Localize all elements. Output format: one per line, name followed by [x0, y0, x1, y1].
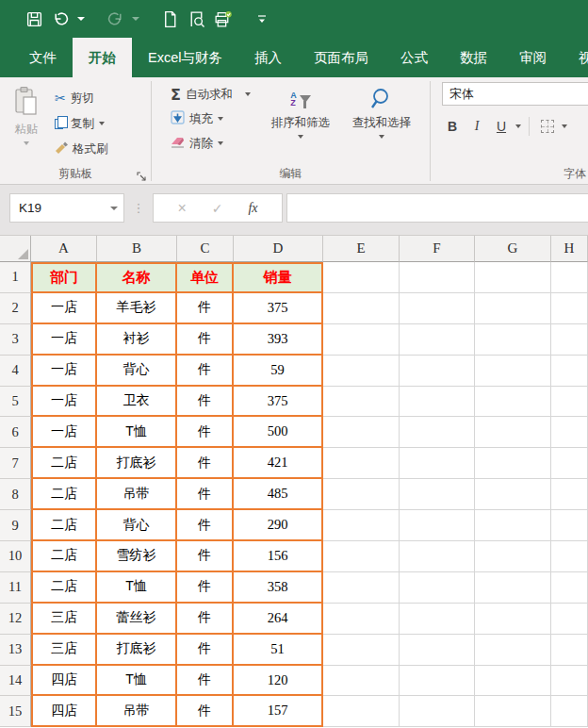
cell-B13[interactable]: 打底衫: [97, 635, 177, 666]
cell-B9[interactable]: 背心: [97, 510, 177, 541]
row-header-10[interactable]: 10: [0, 541, 31, 572]
cell-A14[interactable]: 四店: [31, 666, 97, 697]
cell-A4[interactable]: 一店: [31, 356, 97, 387]
borders-dropdown-icon[interactable]: [562, 124, 567, 128]
cell-D11[interactable]: 358: [234, 572, 323, 604]
cell-C3[interactable]: 件: [177, 324, 234, 356]
underline-button[interactable]: U: [491, 116, 512, 137]
cell-G8[interactable]: [475, 479, 551, 510]
cell-B3[interactable]: 衬衫: [97, 324, 177, 356]
redo-icon[interactable]: [104, 7, 126, 31]
cell-F15[interactable]: [400, 696, 475, 727]
row-header-8[interactable]: 8: [0, 479, 31, 510]
cell-E6[interactable]: [323, 417, 400, 448]
cell-G2[interactable]: [475, 293, 551, 324]
cell-A15[interactable]: 四店: [31, 696, 97, 727]
cell-G13[interactable]: [475, 635, 551, 666]
tab-文件[interactable]: 文件: [13, 38, 73, 77]
cell-F3[interactable]: [400, 324, 475, 356]
cell-E12[interactable]: [323, 604, 400, 635]
redo-dropdown-icon[interactable]: [132, 17, 139, 21]
enter-icon[interactable]: ✓: [212, 201, 223, 216]
cell-F4[interactable]: [400, 356, 475, 387]
cell-D3[interactable]: 393: [234, 324, 323, 356]
cell-D1[interactable]: 销量: [234, 262, 323, 293]
cell-C6[interactable]: 件: [177, 417, 234, 448]
cell-E15[interactable]: [323, 696, 400, 727]
cell-F6[interactable]: [400, 417, 475, 448]
cell-C7[interactable]: 件: [177, 448, 234, 479]
row-header-4[interactable]: 4: [0, 356, 31, 387]
cell-G5[interactable]: [475, 387, 551, 418]
cell-E11[interactable]: [323, 572, 400, 604]
font-name-combobox[interactable]: 宋体: [442, 82, 588, 106]
cell-H2[interactable]: [551, 293, 588, 324]
cell-D5[interactable]: 375: [234, 387, 323, 418]
tab-公式[interactable]: 公式: [384, 38, 444, 77]
column-header-B[interactable]: B: [97, 236, 177, 262]
cell-H9[interactable]: [551, 510, 588, 541]
print-preview-icon[interactable]: [185, 7, 207, 31]
cell-H8[interactable]: [551, 479, 588, 510]
cell-B14[interactable]: T恤: [97, 666, 177, 697]
cell-C12[interactable]: 件: [177, 604, 234, 635]
cell-A7[interactable]: 二店: [31, 448, 97, 479]
new-file-icon[interactable]: [158, 7, 181, 31]
cell-H13[interactable]: [551, 635, 588, 666]
column-header-A[interactable]: A: [31, 236, 97, 262]
clear-dropdown-icon[interactable]: [218, 141, 223, 145]
select-all-corner[interactable]: [0, 236, 31, 262]
cell-C14[interactable]: 件: [177, 666, 234, 697]
cell-A5[interactable]: 一店: [31, 387, 97, 418]
cell-G1[interactable]: [475, 262, 551, 293]
paste-dropdown-icon[interactable]: [24, 141, 29, 145]
cell-G15[interactable]: [475, 696, 551, 727]
cell-G11[interactable]: [475, 572, 551, 604]
italic-button[interactable]: I: [466, 116, 487, 137]
cell-C15[interactable]: 件: [177, 696, 234, 727]
cell-E9[interactable]: [323, 510, 400, 541]
cell-E2[interactable]: [323, 293, 400, 324]
cell-E5[interactable]: [323, 387, 400, 418]
tab-页面布局[interactable]: 页面布局: [298, 38, 384, 77]
cell-A11[interactable]: 二店: [31, 572, 97, 604]
cell-H4[interactable]: [551, 356, 588, 387]
cell-H11[interactable]: [551, 572, 588, 604]
column-header-E[interactable]: E: [323, 236, 400, 262]
cell-E7[interactable]: [323, 448, 400, 479]
tab-插入[interactable]: 插入: [238, 38, 298, 77]
cell-A6[interactable]: 一店: [31, 417, 97, 448]
cell-C13[interactable]: 件: [177, 635, 234, 666]
cell-D13[interactable]: 51: [234, 635, 323, 666]
cell-H10[interactable]: [551, 541, 588, 572]
column-header-H[interactable]: H: [551, 236, 588, 262]
column-header-F[interactable]: F: [400, 236, 475, 262]
cell-F8[interactable]: [400, 479, 475, 510]
cell-A10[interactable]: 二店: [31, 541, 97, 572]
column-header-C[interactable]: C: [177, 236, 234, 262]
undo-icon[interactable]: [49, 7, 72, 31]
column-header-G[interactable]: G: [475, 236, 551, 262]
cell-E4[interactable]: [323, 356, 400, 387]
row-header-5[interactable]: 5: [0, 387, 31, 418]
cell-F1[interactable]: [400, 262, 475, 293]
row-header-7[interactable]: 7: [0, 448, 31, 479]
cell-B4[interactable]: 背心: [97, 356, 177, 387]
format-painter-button[interactable]: 格式刷: [53, 138, 110, 160]
cell-D2[interactable]: 375: [234, 293, 323, 324]
cell-F13[interactable]: [400, 635, 475, 666]
cell-D10[interactable]: 156: [234, 541, 323, 572]
formula-bar-resize-handle[interactable]: ⋮: [124, 201, 153, 215]
cell-A2[interactable]: 一店: [31, 293, 97, 324]
cell-H14[interactable]: [551, 666, 588, 697]
fill-dropdown-icon[interactable]: [218, 117, 223, 121]
row-header-6[interactable]: 6: [0, 417, 31, 448]
cell-A3[interactable]: 一店: [31, 324, 97, 356]
formula-input[interactable]: [286, 193, 588, 223]
tab-审阅[interactable]: 审阅: [503, 38, 563, 77]
find-select-button[interactable]: 查找和选择: [341, 82, 422, 165]
cell-B10[interactable]: 雪纺衫: [97, 541, 177, 572]
cell-A9[interactable]: 二店: [31, 510, 97, 541]
customize-quick-access-toolbar-icon[interactable]: [251, 7, 273, 31]
copy-dropdown-icon[interactable]: [99, 122, 105, 125]
